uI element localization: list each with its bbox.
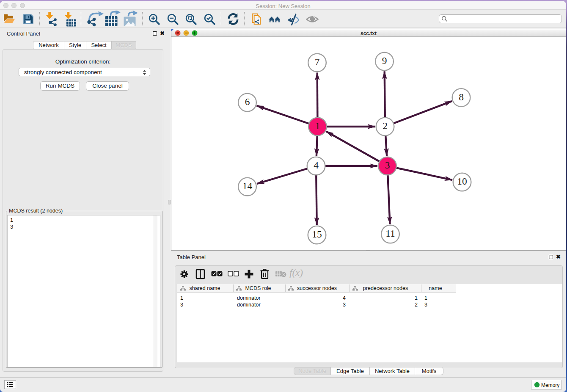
svg-text:14: 14 [242, 180, 253, 191]
svg-text:1: 1 [315, 120, 320, 131]
svg-text:7: 7 [315, 56, 320, 67]
svg-text:11: 11 [385, 228, 395, 239]
svg-text:10: 10 [457, 176, 467, 187]
svg-text:3: 3 [385, 160, 390, 171]
svg-text:6: 6 [245, 96, 250, 107]
svg-text:4: 4 [314, 160, 319, 171]
svg-text:15: 15 [312, 229, 322, 240]
svg-text:9: 9 [382, 55, 387, 66]
svg-text:2: 2 [383, 120, 388, 131]
svg-text:8: 8 [459, 91, 464, 102]
